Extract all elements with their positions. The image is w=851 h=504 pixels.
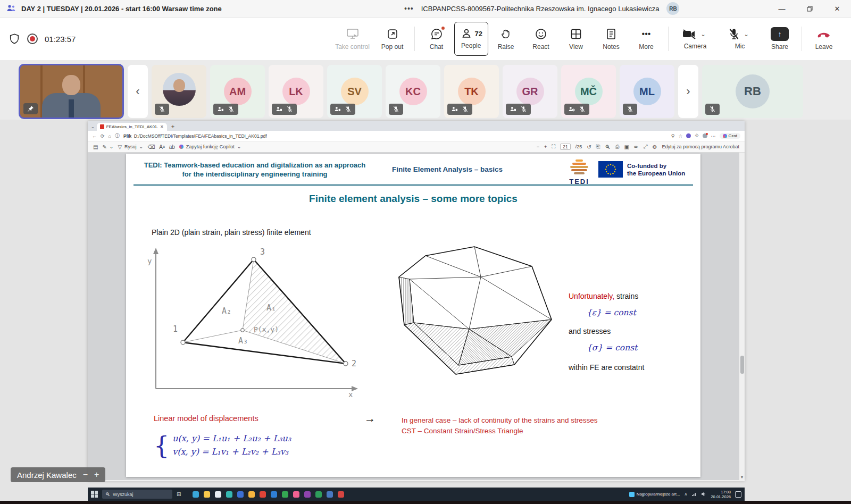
- taskbar-clock[interactable]: 17:08 20.01.2026: [711, 490, 731, 499]
- new-tab-button[interactable]: +: [171, 123, 174, 130]
- screen-zoom-in-button[interactable]: +: [94, 470, 99, 480]
- refresh-icon[interactable]: ⟳: [101, 133, 105, 139]
- start-button[interactable]: [91, 491, 98, 498]
- copilot-ask-button[interactable]: Zapytaj funkcję Copilot⌄: [179, 144, 241, 149]
- app-icon-13[interactable]: [327, 491, 333, 498]
- taskbar-search[interactable]: 🔍︎ Wyszukaj: [102, 490, 172, 499]
- scroll-down-arrow[interactable]: ▼: [739, 475, 745, 479]
- pinned-speaker-video[interactable]: [19, 64, 124, 119]
- mic-options-chevron[interactable]: ⌄: [744, 31, 748, 38]
- windows-taskbar: 🔍︎ Wyszukaj ⊞ Najpopularniejsze art... ∧…: [88, 488, 745, 501]
- app-icon-14[interactable]: [338, 491, 344, 498]
- task-view-icon[interactable]: ⊞: [177, 491, 181, 497]
- view-button[interactable]: View: [558, 22, 594, 56]
- text-size-icon[interactable]: Aᵃ: [159, 144, 164, 150]
- minimize-button[interactable]: —: [768, 0, 796, 18]
- participant-tile-ML[interactable]: ML: [620, 65, 674, 118]
- participant-tile-TK[interactable]: TK: [444, 65, 499, 118]
- settings-gear-icon[interactable]: ⚙: [652, 144, 657, 150]
- titlebar-overflow-icon[interactable]: •••: [404, 4, 414, 13]
- read-aloud-icon[interactable]: ab: [169, 144, 175, 150]
- react-button[interactable]: React: [523, 22, 558, 56]
- print-icon[interactable]: ⎙: [615, 144, 620, 150]
- participant-tile-RB[interactable]: RB: [702, 65, 803, 118]
- screen-zoom-out-button[interactable]: −: [83, 470, 88, 480]
- camera-options-chevron[interactable]: ⌄: [700, 31, 705, 38]
- pdf-tab[interactable]: FEAbasics_in_TEDI_AK01.pdf ✕: [97, 123, 167, 131]
- people-button[interactable]: 72 People: [454, 22, 488, 56]
- chat-button[interactable]: Chat: [419, 22, 454, 56]
- strip-scroll-left-button[interactable]: ‹: [128, 65, 148, 118]
- page-view-icon[interactable]: ⎘: [596, 144, 600, 150]
- search-icon[interactable]: 🔍︎: [605, 144, 611, 150]
- tray-expand-chevron[interactable]: ∧: [685, 492, 688, 497]
- pop-out-button[interactable]: Pop out: [375, 22, 410, 56]
- participant-tile-photo[interactable]: [152, 65, 206, 118]
- participant-tile-LK[interactable]: LK: [269, 65, 323, 118]
- notification-center-icon[interactable]: [735, 491, 741, 498]
- participant-tile-AM[interactable]: AM: [210, 65, 265, 118]
- app-icon-12[interactable]: [315, 491, 322, 498]
- browser-profile-avatar[interactable]: [703, 133, 707, 138]
- back-icon[interactable]: ←: [92, 133, 97, 139]
- network-icon[interactable]: [691, 492, 697, 497]
- extension-icon[interactable]: [686, 133, 691, 138]
- camera-button[interactable]: ⌄ Camera: [673, 22, 717, 56]
- participant-tile-SV[interactable]: SV: [327, 65, 382, 118]
- restore-button[interactable]: [796, 0, 823, 18]
- copilot-icon: [179, 145, 183, 149]
- app-icon-7[interactable]: [260, 491, 266, 498]
- app-icon-6[interactable]: [248, 491, 255, 498]
- pdf-scrollbar-thumb[interactable]: [740, 356, 744, 374]
- pen-tool-button[interactable]: ✎⌄: [102, 144, 113, 150]
- volume-icon[interactable]: [701, 492, 706, 497]
- eraser-icon[interactable]: ⌫: [147, 144, 155, 150]
- mic-button[interactable]: ⌄ Mic: [717, 22, 762, 56]
- favorite-star-icon[interactable]: ☆: [678, 133, 682, 139]
- user-avatar[interactable]: RB: [666, 2, 679, 15]
- rotate-icon[interactable]: ↺: [587, 144, 591, 150]
- leave-button[interactable]: Leave: [806, 22, 841, 56]
- notes-button[interactable]: Notes: [594, 22, 629, 56]
- strip-scroll-right-button[interactable]: ›: [678, 65, 698, 118]
- pdf-menu-icon[interactable]: ▤: [93, 144, 98, 150]
- app-icon-4[interactable]: [226, 491, 232, 498]
- edit-with-acrobat-button[interactable]: Edytuj za pomocą programu Acrobat: [662, 144, 739, 149]
- app-icon-9[interactable]: [282, 491, 288, 498]
- translate-icon[interactable]: ⚲: [671, 133, 675, 139]
- app-icon-1[interactable]: [193, 491, 199, 498]
- app-icon-3[interactable]: [215, 491, 221, 498]
- more-button[interactable]: ••• More: [629, 22, 664, 56]
- copilot-chat-button[interactable]: Czat: [720, 133, 740, 139]
- app-icon-10[interactable]: [293, 491, 299, 498]
- tab-close-icon[interactable]: ✕: [160, 124, 164, 129]
- share-button[interactable]: ↑ Share: [762, 22, 797, 56]
- participant-tile-MČ[interactable]: MČ: [561, 65, 616, 118]
- app-icon-2[interactable]: [204, 491, 210, 498]
- fit-page-icon[interactable]: ⛶: [552, 144, 555, 150]
- participant-tile-GR[interactable]: GR: [503, 65, 557, 118]
- raise-hand-button[interactable]: Raise: [488, 22, 523, 56]
- home-icon[interactable]: ⌂: [109, 133, 111, 139]
- news-widget[interactable]: Najpopularniejsze art...: [629, 492, 680, 497]
- close-button[interactable]: ✕: [823, 0, 851, 18]
- app-icon-8[interactable]: [271, 491, 277, 498]
- take-control-button[interactable]: Take control: [330, 22, 375, 56]
- address-url[interactable]: Plik D:/DocMSOff/TEDI/Templates/FEA/FEAb…: [123, 133, 267, 139]
- collections-icon[interactable]: ⟐: [695, 133, 698, 139]
- highlight-icon[interactable]: ✏: [634, 144, 638, 150]
- page-info-icon[interactable]: ⓘ: [115, 132, 120, 139]
- save-icon[interactable]: ▣: [624, 144, 629, 150]
- draw-tool-button[interactable]: ▽Rysuj⌄: [118, 144, 143, 150]
- zoom-in-button[interactable]: +: [544, 144, 547, 149]
- pdf-scrollbar[interactable]: ▼: [739, 153, 745, 480]
- tab-search-chevron[interactable]: ⌄: [91, 124, 95, 129]
- fullscreen-icon[interactable]: ⤢: [643, 144, 647, 150]
- zoom-out-button[interactable]: −: [537, 144, 539, 149]
- participant-status-badges: [447, 104, 472, 115]
- page-number-input[interactable]: 21: [560, 144, 570, 150]
- app-icon-11[interactable]: [304, 491, 311, 498]
- browser-menu-icon[interactable]: ⋯: [711, 133, 716, 139]
- participant-tile-KC[interactable]: KC: [386, 65, 440, 118]
- app-icon-5[interactable]: [237, 491, 244, 498]
